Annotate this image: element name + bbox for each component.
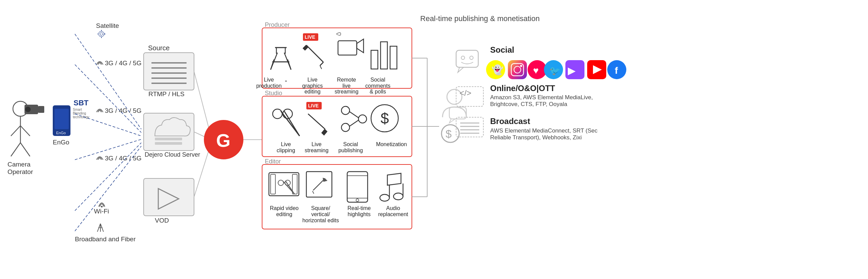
svg-text:🐦: 🐦 bbox=[549, 65, 561, 76]
svg-point-100 bbox=[283, 109, 292, 119]
svg-point-112 bbox=[341, 106, 350, 115]
svg-text:Camera: Camera bbox=[7, 161, 31, 168]
svg-text:replacement: replacement bbox=[378, 211, 408, 217]
svg-marker-55 bbox=[158, 189, 179, 209]
svg-point-143 bbox=[356, 199, 359, 202]
svg-point-176 bbox=[544, 60, 563, 79]
svg-point-146 bbox=[380, 194, 389, 201]
svg-line-2 bbox=[11, 126, 20, 136]
svg-rect-76 bbox=[303, 33, 318, 41]
svg-text:Monetization: Monetization bbox=[376, 141, 407, 147]
svg-text:Reliable Transport), Webhooks,: Reliable Transport), Webhooks, Zixi bbox=[490, 134, 582, 141]
svg-text:♥: ♥ bbox=[533, 65, 539, 76]
svg-text:comments: comments bbox=[365, 83, 390, 89]
svg-line-30 bbox=[100, 224, 103, 232]
svg-rect-124 bbox=[269, 173, 299, 196]
svg-rect-6 bbox=[25, 105, 38, 114]
svg-point-113 bbox=[358, 115, 367, 123]
svg-text:RTMP / HLS: RTMP / HLS bbox=[148, 90, 184, 98]
svg-point-172 bbox=[514, 66, 521, 73]
svg-line-129 bbox=[283, 181, 294, 194]
svg-line-78 bbox=[306, 45, 323, 62]
svg-rect-92 bbox=[381, 42, 387, 69]
svg-line-59 bbox=[194, 141, 212, 197]
svg-text:Live: Live bbox=[311, 141, 321, 147]
svg-point-173 bbox=[520, 65, 522, 67]
svg-text:G: G bbox=[216, 130, 230, 151]
svg-text:editing: editing bbox=[304, 89, 320, 94]
svg-text:👻: 👻 bbox=[492, 64, 503, 75]
svg-line-37 bbox=[75, 65, 141, 133]
svg-point-161 bbox=[441, 125, 459, 142]
svg-line-57 bbox=[194, 71, 212, 139]
svg-line-5 bbox=[20, 143, 30, 156]
svg-text:3G / 4G / 5G: 3G / 4G / 5G bbox=[105, 59, 142, 67]
svg-rect-7 bbox=[38, 106, 44, 113]
svg-rect-105 bbox=[306, 102, 322, 109]
svg-line-40 bbox=[75, 143, 141, 211]
svg-point-165 bbox=[461, 56, 465, 59]
svg-rect-180 bbox=[587, 60, 606, 79]
svg-text:Blending: Blending bbox=[73, 111, 86, 115]
svg-text:Dejero Cloud Server: Dejero Cloud Server bbox=[145, 151, 200, 158]
svg-text:Satellite: Satellite bbox=[96, 22, 119, 29]
svg-marker-135 bbox=[323, 178, 327, 182]
svg-text:Online/O&O|OTT: Online/O&O|OTT bbox=[490, 84, 555, 93]
svg-text:Live: Live bbox=[281, 141, 291, 147]
svg-line-108 bbox=[322, 129, 325, 133]
svg-line-29 bbox=[97, 224, 100, 232]
svg-line-39 bbox=[75, 139, 141, 160]
svg-text:Brightcove, CTS, FTP, Ooyala: Brightcove, CTS, FTP, Ooyala bbox=[490, 101, 567, 107]
svg-line-41 bbox=[75, 146, 141, 231]
svg-text:editing: editing bbox=[276, 211, 292, 217]
svg-text:Operator: Operator bbox=[7, 168, 33, 175]
svg-rect-42 bbox=[144, 53, 194, 90]
svg-line-102 bbox=[284, 111, 300, 136]
svg-point-60 bbox=[204, 120, 243, 159]
svg-text:3G / 4G / 5G: 3G / 4G / 5G bbox=[105, 107, 142, 114]
svg-text:f: f bbox=[615, 65, 618, 76]
svg-point-158 bbox=[447, 89, 462, 104]
svg-rect-171 bbox=[511, 64, 524, 76]
svg-line-80 bbox=[303, 45, 306, 49]
svg-point-127 bbox=[278, 180, 284, 186]
svg-rect-63 bbox=[262, 28, 412, 88]
svg-line-134 bbox=[313, 178, 325, 190]
svg-text:production: production bbox=[256, 83, 282, 89]
svg-text:EnGo: EnGo bbox=[53, 139, 69, 146]
svg-text:AWS Elemental MediaConnect, SR: AWS Elemental MediaConnect, SRT (Sec bbox=[490, 127, 598, 134]
svg-line-82 bbox=[320, 66, 322, 69]
svg-rect-86 bbox=[338, 41, 357, 55]
svg-text:Audio: Audio bbox=[386, 205, 400, 211]
svg-text:Square/: Square/ bbox=[311, 205, 331, 211]
svg-text:Social: Social bbox=[343, 141, 358, 147]
svg-rect-50 bbox=[144, 113, 194, 151]
svg-marker-87 bbox=[357, 39, 364, 53]
svg-text:3G / 4G / 5G: 3G / 4G / 5G bbox=[105, 155, 142, 162]
svg-rect-159 bbox=[449, 107, 466, 119]
svg-text:Smart: Smart bbox=[73, 108, 82, 111]
svg-text:streaming: streaming bbox=[305, 147, 328, 153]
svg-rect-122 bbox=[262, 164, 412, 229]
svg-text:streaming: streaming bbox=[335, 89, 358, 94]
svg-text:EnGo: EnGo bbox=[56, 131, 66, 135]
svg-line-79 bbox=[320, 62, 323, 66]
svg-rect-185 bbox=[456, 87, 483, 106]
svg-text:Social: Social bbox=[490, 45, 514, 54]
svg-text:LIVE: LIVE bbox=[305, 34, 315, 40]
svg-text:live: live bbox=[342, 83, 351, 89]
svg-text:Live: Live bbox=[307, 77, 317, 83]
svg-point-174 bbox=[528, 60, 547, 79]
svg-rect-163 bbox=[456, 50, 478, 67]
svg-text:Social: Social bbox=[370, 77, 385, 83]
svg-line-58 bbox=[194, 132, 212, 140]
svg-rect-11 bbox=[53, 105, 70, 136]
svg-text:Wi-Fi: Wi-Fi bbox=[94, 208, 109, 215]
svg-text:Broadband and Fiber: Broadband and Fiber bbox=[75, 236, 136, 243]
svg-text:Real-time: Real-time bbox=[348, 205, 371, 211]
svg-marker-160 bbox=[449, 119, 455, 123]
svg-rect-125 bbox=[271, 174, 275, 194]
svg-rect-170 bbox=[508, 60, 527, 79]
svg-text:horizontal edits: horizontal edits bbox=[302, 217, 339, 223]
svg-line-36 bbox=[75, 34, 141, 129]
